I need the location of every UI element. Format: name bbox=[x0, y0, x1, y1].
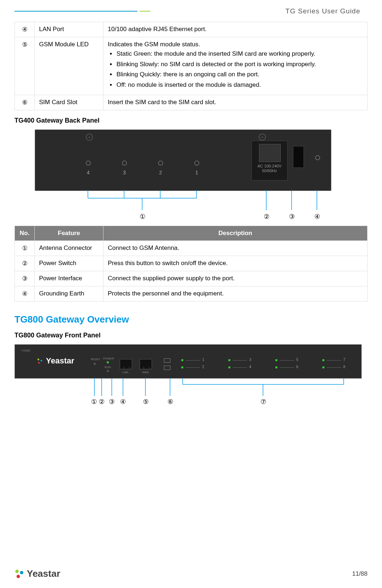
cell-feature: Grounding Earth bbox=[35, 286, 103, 301]
cell-feature: GSM Module LED bbox=[35, 37, 103, 95]
heading-tg400-back: TG400 Gateway Back Panel bbox=[14, 117, 368, 124]
table-row: ③ Power Interface Connect the supplied p… bbox=[15, 271, 368, 286]
cell-desc: Protects the personnel and the equipment… bbox=[103, 286, 368, 301]
run-label: RUN bbox=[105, 366, 111, 369]
table-row: ① Antenna Connector Connect to GSM Anten… bbox=[15, 240, 368, 256]
bullet-item: Blinking Slowly: no SIM card is detected… bbox=[108, 60, 363, 69]
antenna-label: 3 bbox=[123, 170, 126, 175]
table-row: ② Power Switch Press this button to swit… bbox=[15, 256, 368, 271]
cell-desc: Connect to GSM Antenna. bbox=[103, 240, 368, 256]
power-switch-icon bbox=[293, 146, 304, 168]
desc-intro: Indicates the GSM module status. bbox=[108, 41, 363, 48]
table-tg400-back: No. Feature Description ① Antenna Connec… bbox=[14, 226, 368, 302]
yeastar-icon bbox=[37, 358, 44, 365]
table-front-panel-cont: ④ LAN Port 10/100 adaptive RJ45 Ethernet… bbox=[14, 22, 368, 110]
col-header-desc: Description bbox=[103, 226, 368, 240]
callout-label: ③ bbox=[289, 213, 295, 221]
reset-label: RESET bbox=[91, 358, 101, 361]
callout-label: ① bbox=[140, 213, 145, 221]
svg-point-22 bbox=[15, 570, 18, 573]
svg-point-23 bbox=[20, 571, 23, 574]
wan-label: WAN bbox=[142, 371, 149, 374]
cell-no: ④ bbox=[15, 286, 35, 301]
cell-no: ② bbox=[15, 256, 35, 271]
callout-label: ① bbox=[91, 398, 97, 406]
table-row: ⑥ SIM Card Slot Insert the SIM card to t… bbox=[15, 95, 368, 110]
cell-feature: LAN Port bbox=[35, 22, 103, 37]
col-header-feature: Feature bbox=[35, 226, 103, 240]
model-label: TG800 bbox=[21, 349, 30, 352]
cell-no: ⑥ bbox=[15, 95, 35, 110]
cell-desc: Connect the supplied power supply to the… bbox=[103, 271, 368, 286]
table-row: ④ LAN Port 10/100 adaptive RJ45 Ethernet… bbox=[15, 22, 368, 37]
lan-label: LAN bbox=[123, 371, 128, 374]
cell-desc: 10/100 adaptive RJ45 Ethernet port. bbox=[103, 22, 368, 37]
footer-logo: Yeastar bbox=[14, 568, 60, 579]
svg-point-9 bbox=[38, 358, 39, 360]
cell-feature: Power Interface bbox=[35, 271, 103, 286]
antenna-label: 2 bbox=[159, 170, 162, 175]
svg-point-10 bbox=[41, 360, 42, 362]
bullet-item: Off: no module is inserted or the module… bbox=[108, 81, 363, 90]
svg-point-11 bbox=[38, 362, 40, 363]
tg400-back-panel-figure: + + 4 3 2 1 AC 100-240V50/60Hz bbox=[35, 129, 331, 219]
heading-tg800-front: TG800 Gateway Front Panel bbox=[14, 332, 368, 339]
power-interface-icon: AC 100-240V50/60Hz bbox=[251, 141, 288, 180]
callout-label: ② bbox=[264, 213, 269, 221]
antenna-label: 1 bbox=[195, 170, 198, 175]
wan-port-icon bbox=[140, 359, 152, 369]
callout-label: ④ bbox=[314, 213, 320, 221]
cell-feature: SIM Card Slot bbox=[35, 95, 103, 110]
callout-label: ⑤ bbox=[143, 398, 149, 406]
bullet-item: Static Green: the module and the inserte… bbox=[108, 50, 363, 59]
brand-logo: Yeastar bbox=[37, 356, 74, 366]
grounding-icon bbox=[315, 155, 320, 160]
callout-label: ④ bbox=[120, 398, 126, 406]
cell-feature: Power Switch bbox=[35, 256, 103, 271]
cell-no: ⑤ bbox=[15, 37, 35, 95]
callout-label: ③ bbox=[109, 398, 115, 406]
page-number: 11/88 bbox=[352, 570, 368, 578]
cell-no: ① bbox=[15, 240, 35, 256]
svg-point-24 bbox=[17, 575, 20, 578]
cell-no: ④ bbox=[15, 22, 35, 37]
header-title: TG Series User Guide bbox=[150, 7, 368, 15]
bullet-item: Blinking Quickly: there is an ongoing ca… bbox=[108, 70, 363, 79]
callout-label: ⑦ bbox=[260, 398, 266, 406]
sim-icon bbox=[164, 358, 170, 363]
yeastar-icon bbox=[14, 569, 25, 579]
heading-tg800-overview: TG800 Gateway Overview bbox=[14, 314, 368, 325]
cell-desc: Insert the SIM card to the SIM card slot… bbox=[103, 95, 368, 110]
power-label: POWER bbox=[103, 357, 114, 360]
cell-desc: Indicates the GSM module status. Static … bbox=[103, 37, 368, 95]
reset-hole-icon bbox=[94, 363, 96, 365]
lan-port-icon bbox=[120, 359, 132, 369]
tg800-front-panel-figure: TG800 Yeastar RESET POWER RUN LAN WAN bbox=[14, 344, 362, 406]
cell-desc: Press this button to switch on/off the d… bbox=[103, 256, 368, 271]
callout-label: ⑥ bbox=[167, 398, 173, 406]
antenna-label: 4 bbox=[87, 170, 90, 175]
cell-feature: Antenna Connector bbox=[35, 240, 103, 256]
callout-label: ② bbox=[99, 398, 105, 406]
table-row: ④ Grounding Earth Protects the personnel… bbox=[15, 286, 368, 301]
table-row: ⑤ GSM Module LED Indicates the GSM modul… bbox=[15, 37, 368, 95]
col-header-no: No. bbox=[15, 226, 35, 240]
sim-icon bbox=[164, 366, 170, 370]
cell-no: ③ bbox=[15, 271, 35, 286]
